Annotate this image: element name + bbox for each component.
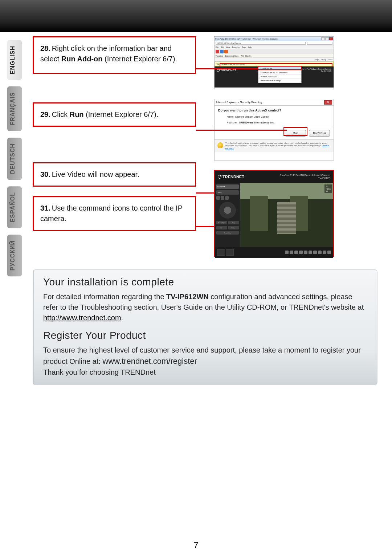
footer-msg: This ActiveX control was previously adde… [225,142,327,147]
fav-item[interactable]: Suggested Sites [225,55,238,57]
favorites-bar: Favorites Suggested Sites Web Slice G... [215,54,334,58]
trendnet-logo: TRENDNET [218,175,244,179]
screenshots-column: http://192.168.10.30/eng/liveView.cgi - … [214,36,334,267]
trendnet-link[interactable]: http://www.trendnet.com [43,314,121,322]
dont-run-button[interactable]: Don't Run [309,130,330,137]
panel-body-complete: For detailed information regarding the T… [43,292,368,323]
step-text: Click [52,110,70,118]
btn-stop[interactable]: Stop [228,221,239,224]
menu-item-run-all[interactable]: Run Add-on on All Websites [258,71,301,75]
step-30: 30.Live Video will now appear. [33,162,196,187]
top-gradient-bar [0,0,392,32]
footer-icon[interactable] [327,251,331,254]
dialog-question: Do you want to run this ActiveX control? [215,106,334,114]
control-name-row: Name: Camera Stream Client Control [215,114,334,119]
dialog-buttons: Run Don't Run [215,127,334,139]
menu-item-risk[interactable]: What's the Risk? [258,75,301,79]
btn-pan[interactable]: Pan [216,226,227,229]
menu-item-help[interactable]: Information Bar Help [258,79,301,83]
step-text-b: (Internet Explorer 6/7). [102,55,177,63]
name-value: Camera Stream Client Control [235,115,269,118]
camera-title-line2: TV-IP612WN [297,70,331,72]
footer-icon[interactable] [318,251,322,254]
cmd-tools[interactable]: Tools [328,58,332,61]
step-number: 29. [40,110,50,118]
lang-tab-russian[interactable]: РУССКИЙ [7,235,22,276]
menu-help[interactable]: Help [248,46,252,48]
lang-tab-english[interactable]: ENGLISH [7,40,22,80]
window-controls [321,37,333,40]
maximize-icon[interactable] [325,37,329,40]
product-title-b: TV-IP612P [280,177,330,180]
minimize-icon[interactable] [321,37,325,40]
highlight-box-menu [258,66,302,70]
search-field[interactable] [307,42,332,45]
footer-icon[interactable] [309,251,312,254]
select-preset[interactable]: Select One [216,231,239,235]
menu-bar: File Edit View Favorites Tools Help [215,45,334,49]
footer-text: This ActiveX control was previously adde… [225,142,331,150]
info-panel: Your installation is complete For detail… [33,269,377,385]
lang-tab-francais[interactable]: FRANÇAIS [7,86,22,131]
cmd-page[interactable]: Page [314,58,319,61]
window-titlebar: http://192.168.10.30/eng/liveView.cgi - … [215,37,334,41]
video-overlay: 1x Focus Iris [324,184,332,193]
footer-icons [285,251,331,254]
control-icon[interactable] [216,196,220,200]
footer-icon[interactable] [290,251,293,254]
publisher-value: TRENDware International Inc. [239,121,274,124]
menu-file[interactable]: File [216,46,219,48]
nav-back-icon[interactable] [216,50,219,53]
footer-icon[interactable] [299,251,303,254]
publisher-row: Publisher: TRENDware International Inc. [215,119,334,127]
lang-tab-deutsch[interactable]: DEUTSCH [7,138,22,180]
menu-edit[interactable]: Edit [221,46,224,48]
panel-thanks: Thank you for choosing TRENDnet [43,367,368,378]
btn-patrol[interactable]: Patrol [228,226,239,229]
url-field[interactable]: 192.168.10.30/cgi/liveView.cgi [216,42,306,45]
nav-forward-icon[interactable] [220,50,224,53]
register-url[interactable]: www.trendnet.com/register [102,357,197,366]
dialog-footer: This ActiveX control was previously adde… [215,139,334,153]
btn-auto-patrol[interactable]: Auto Patrol [216,221,227,224]
thumb-preset[interactable] [226,249,234,256]
lang-tab-espanol[interactable]: ESPAÑOL [7,186,22,228]
ptz-dpad[interactable] [219,202,236,219]
manual-page: ENGLISH FRANÇAIS DEUTSCH ESPAÑOL РУССКИЙ… [0,0,392,557]
control-icon[interactable] [221,196,224,200]
name-label: Name: [227,115,234,118]
thumb-preset[interactable] [217,249,225,256]
menu-view[interactable]: View [226,46,230,48]
command-bar: Page Safety Tools [215,58,334,61]
liveview-body: Live View Setup Auto PatrolStop PanPatro… [215,183,333,247]
control-icon[interactable] [225,196,229,200]
video-content [277,202,296,234]
footer-icon[interactable] [294,251,298,254]
step-29: 29.Click Run (Internet Explorer 6/7). [33,102,196,127]
close-icon[interactable]: ✕ [324,100,332,105]
stop-icon[interactable] [224,50,228,53]
step-text: Use the command icons to control the IP … [40,204,183,223]
favorites-label[interactable]: Favorites [216,55,223,57]
footer-icon[interactable] [313,251,317,254]
connector-line [196,192,215,194]
dialog-titlebar: Internet Explorer - Security Warning ✕ [215,99,334,106]
logo-text: TRENDNET [222,175,244,179]
footer-icon[interactable] [285,251,289,254]
tab-setup[interactable]: Setup [216,190,239,195]
footer-icon[interactable] [323,251,326,254]
live-video: 1x Focus Iris [240,183,333,247]
cmd-safety[interactable]: Safety [321,58,326,61]
panel-title-complete: Your installation is complete [43,276,368,288]
text: . [121,314,123,322]
fav-item[interactable]: Web Slice G... [241,55,252,57]
text: For detailed information regarding the [43,293,166,301]
close-icon[interactable] [329,37,333,40]
menu-tools[interactable]: Tools [242,46,246,48]
step-number: 30. [40,170,50,178]
menu-favorites[interactable]: Favorites [232,46,240,48]
connector-line [196,68,258,69]
connector-line [196,130,287,131]
tab-liveview[interactable]: Live View [216,184,239,189]
footer-icon[interactable] [304,251,307,254]
